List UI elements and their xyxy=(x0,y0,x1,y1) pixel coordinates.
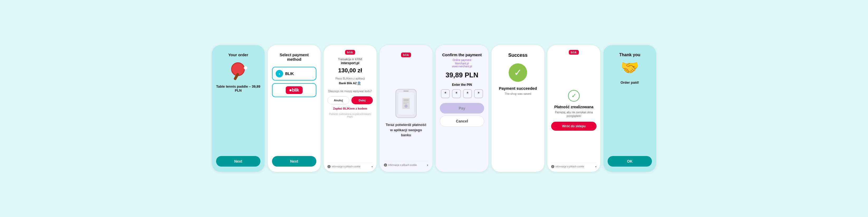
transaction-label: Transakcja nr 47058 xyxy=(338,58,362,61)
bank-name: Bank Blik AZ xyxy=(339,82,357,85)
platnosc-title: Płatność zrealizowana xyxy=(554,105,594,109)
action-buttons: Anuluj Dalej xyxy=(328,96,373,104)
blik-option-radio[interactable]: ● BLIK xyxy=(272,67,316,81)
blik-header-logo: blik xyxy=(345,50,355,55)
bank-row: Bank Blik AZ 🏦 xyxy=(339,81,361,88)
success-title: Success xyxy=(508,53,527,58)
online-payment-label[interactable]: Online payment xyxy=(453,59,471,62)
info-icon: i xyxy=(328,165,331,168)
svg-rect-2 xyxy=(403,102,409,102)
chevron-down-icon[interactable]: ▾ xyxy=(371,165,373,168)
blik-option-label: BLIK xyxy=(285,71,294,76)
thank-you-title: Thank you xyxy=(619,53,640,57)
confirm-text: Teraz potwierdź płatność w aplikacji swo… xyxy=(384,122,428,138)
merchant-url: Merchant.pl www.merchant.pl xyxy=(452,62,472,68)
bank-icon: 🏦 xyxy=(357,81,361,85)
screen-your-order: Your order Table tennis paddle – 39,89 P… xyxy=(212,45,265,172)
payment-succeeded-text: Payment succeeded xyxy=(499,86,537,91)
screen-success: Success ✓ Payment succeeded The shop was… xyxy=(492,45,544,172)
success-check-icon: ✓ xyxy=(509,63,527,82)
chevron-down-icon-4[interactable]: ▾ xyxy=(427,164,428,166)
cookie-row: i Informacje o plikach cookie ▾ xyxy=(328,163,373,168)
phone-content-icon xyxy=(401,97,411,110)
blik-logo: blik xyxy=(286,86,303,94)
blik-logo-option[interactable]: blik xyxy=(272,83,316,97)
wroc-button[interactable]: Wróć do sklepu xyxy=(551,122,596,131)
ok-button[interactable]: OK xyxy=(608,156,652,166)
paddle-ball xyxy=(244,66,247,70)
next-button-1[interactable]: Next xyxy=(216,156,260,166)
paddle-illustration xyxy=(229,62,247,81)
svg-rect-3 xyxy=(403,103,407,104)
pin-box-1[interactable]: * xyxy=(441,89,450,98)
info-icon-4: i xyxy=(384,163,387,166)
green-checkmark-icon: ✓ xyxy=(571,92,576,99)
cookie-info: i Informacje o plikach cookie xyxy=(328,165,361,168)
pin-boxes: * * * * xyxy=(441,89,483,98)
clapping-hands-emoji: 🤝 xyxy=(621,59,639,76)
dalej-button[interactable]: Dalej xyxy=(351,96,373,104)
payu-text: Płatność realizowana za pośrednictwem Pa… xyxy=(328,113,373,118)
pin-box-3[interactable]: * xyxy=(463,89,472,98)
phone-screen xyxy=(398,92,414,115)
cancel-payment-button[interactable]: Cancel xyxy=(440,116,484,127)
cookie-text[interactable]: Informacje o plikach cookie xyxy=(332,165,361,168)
order-paid-text: Order paid! xyxy=(621,81,639,85)
next-button-2[interactable]: Next xyxy=(272,156,316,166)
pay-button[interactable]: Pay xyxy=(440,103,484,114)
amount-large: 130,00 zł xyxy=(338,67,362,74)
cookie-row-4: i Informacje o plikach cookie ▾ xyxy=(384,161,428,166)
pin-label: Enter the PIN xyxy=(452,83,472,87)
shop-saved-text: The shop was saved xyxy=(505,92,531,95)
svg-point-4 xyxy=(404,104,408,108)
screen-thank-you: Thank you 🤝 Order paid! OK xyxy=(603,45,656,172)
cookie-text-4[interactable]: Informacje o plikach cookie xyxy=(388,164,417,166)
cookie-row-7: i Informacje o plikach cookie ▾ xyxy=(551,163,596,168)
merchant-name: intersport.pl xyxy=(341,61,359,65)
screen2-title: Select payment method xyxy=(272,53,316,62)
why-link[interactable]: Dlaczego nie muszę wpisywać kodu? xyxy=(328,90,372,93)
blik-radio-icon: ● xyxy=(276,70,283,78)
phone-illustration xyxy=(396,89,416,118)
confirm-amount: 39,89 PLN xyxy=(445,71,478,79)
screen-platnosc: blik ✓ Płatność zrealizowana Pamiętaj, a… xyxy=(548,45,600,172)
phone-notch xyxy=(403,91,409,92)
product-name: Table tennis paddle – 39,89 PLN xyxy=(216,85,260,92)
pin-box-2[interactable]: * xyxy=(452,89,461,98)
platnosc-sub: Pamiętaj, aby nie zamykać okna przegląda… xyxy=(551,111,596,118)
cancel-button[interactable]: Anuluj xyxy=(328,96,349,104)
cookie-info-7: i Informacje o plikach cookie xyxy=(551,165,584,168)
screen-select-payment: Select payment method ● BLIK blik Next xyxy=(268,45,320,172)
paying-via-label: Płacę BLIKiem z aplikacji xyxy=(335,77,365,80)
checkmark-icon: ✓ xyxy=(514,67,522,78)
screen-blik-detail: blik Transakcja nr 47058 intersport.pl 1… xyxy=(324,45,376,172)
screen-confirm-bank: blik Teraz potwierdź płatność w aplikacj… xyxy=(380,45,432,172)
blik-header-logo-4: blik xyxy=(401,53,411,57)
green-check-outline: ✓ xyxy=(568,90,580,102)
blik-header-logo-7: blik xyxy=(569,50,579,55)
screen-confirm-payment: Confirm the payment Online payment Merch… xyxy=(436,45,488,172)
blik-logo-text: blik xyxy=(289,87,299,93)
cookie-text-7[interactable]: Informacje o plikach cookie xyxy=(555,165,584,168)
pin-box-4[interactable]: * xyxy=(474,89,483,98)
info-icon-7: i xyxy=(551,165,554,168)
blik-code-link[interactable]: Zapłać BLIKiem z kodem xyxy=(333,107,367,110)
cookie-info-4: i Informacje o plikach cookie xyxy=(384,163,417,166)
svg-rect-1 xyxy=(403,99,409,100)
screen1-title: Your order xyxy=(228,53,248,57)
chevron-down-icon-7[interactable]: ▾ xyxy=(595,165,596,168)
screen5-title: Confirm the payment xyxy=(442,53,482,57)
